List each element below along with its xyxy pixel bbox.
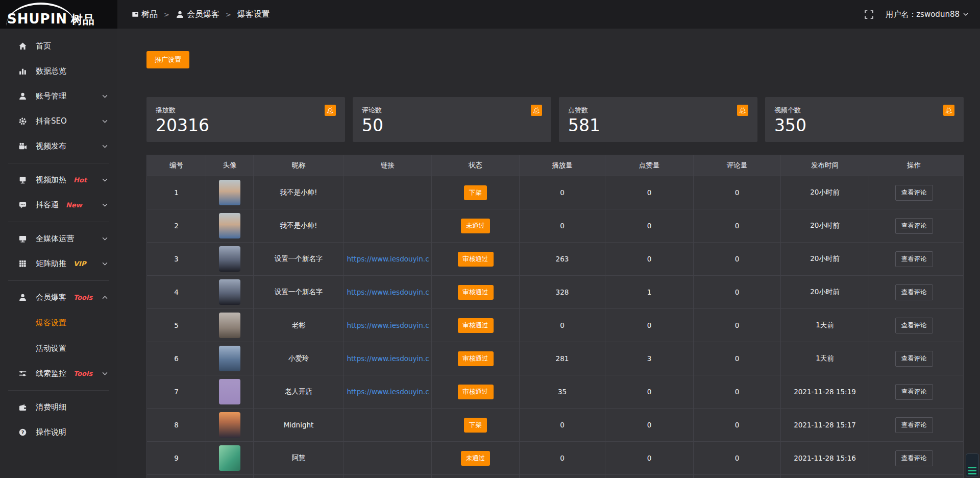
cell-comments: 0 [694, 309, 781, 342]
sidebar-item-3[interactable]: 抖音SEO [0, 109, 117, 134]
user-label: 用户名： [886, 10, 916, 19]
wallet-icon [18, 403, 27, 412]
sidebar-item-6[interactable]: 视频加热Hot [0, 168, 117, 193]
sidebar-item-9[interactable]: 全媒体运营 [0, 226, 117, 251]
bar-chart-icon [18, 67, 27, 76]
column-header: 头像 [206, 155, 254, 176]
cell-time: 20小时前 [781, 276, 869, 308]
view-comments-button[interactable]: 查看评论 [895, 251, 933, 267]
cell-id: 1 [147, 176, 206, 209]
status-button[interactable]: 下架 [464, 185, 487, 200]
fullscreen-icon[interactable] [865, 10, 873, 19]
status-button[interactable]: 下架 [464, 418, 487, 433]
cell-action: 查看评论 [869, 209, 959, 242]
stat-card-3: 视频个数总350 [765, 97, 964, 142]
stat-label: 评论数 [362, 105, 382, 115]
cell-action: 查看评论 [869, 243, 959, 275]
stat-total-badge: 总 [943, 105, 954, 116]
breadcrumb-item-2[interactable]: 爆客设置 [237, 9, 270, 20]
breadcrumb-separator: > [164, 11, 169, 18]
stat-card-1: 评论数总50 [353, 97, 551, 142]
stat-cards: 播放数总20316评论数总50点赞数总581视频个数总350 [146, 97, 964, 142]
sidebar-item-12[interactable]: 会员爆客Tools [0, 285, 117, 310]
cell-likes: 0 [605, 409, 694, 441]
cell-plays: 328 [520, 276, 605, 308]
user-icon [18, 92, 27, 101]
cell-id [147, 475, 206, 478]
sidebar-item-16[interactable]: ?操作说明 [0, 420, 117, 445]
chevron-down-icon [102, 235, 108, 242]
video-link[interactable]: https://www.iesdouyin.c [347, 354, 429, 363]
breadcrumb-item-1[interactable]: 会员爆客 [176, 9, 219, 20]
table-row-3: 3设置一个新名字https://www.iesdouyin.c审核通过26300… [147, 242, 963, 275]
avatar [219, 246, 240, 272]
sidebar-item-15[interactable]: 消费明细 [0, 395, 117, 420]
table-row-5: 5老彬https://www.iesdouyin.c审核通过0001天前查看评论 [147, 308, 963, 342]
status-button[interactable]: 审核通过 [458, 318, 494, 333]
sidebar-item-4[interactable]: 视频发布 [0, 134, 117, 159]
view-comments-button[interactable]: 查看评论 [895, 384, 933, 400]
sidebar-item-0[interactable]: 首页 [0, 34, 117, 59]
cell-comments: 0 [694, 342, 781, 375]
stat-value: 581 [568, 116, 748, 135]
user-menu[interactable]: 用户名：zswodun88 [886, 10, 969, 19]
sidebar: SHUPIN 树品 首页数据总览账号管理抖音SEO视频发布视频加热Hot抖客通N… [0, 0, 117, 478]
stat-label: 点赞数 [568, 105, 588, 115]
cell-comments: 0 [694, 176, 781, 209]
view-comments-button[interactable]: 查看评论 [895, 284, 933, 300]
sidebar-subitem-活动设置[interactable]: 活动设置 [0, 336, 117, 361]
breadcrumb-separator: > [226, 11, 231, 18]
cell-avatar [206, 409, 254, 441]
cell-nickname: 老彬 [254, 309, 344, 342]
status-button[interactable]: 未通过 [461, 451, 491, 466]
sidebar-item-7[interactable]: 抖客通New [0, 193, 117, 218]
view-comments-button[interactable]: 查看评论 [895, 417, 933, 433]
video-link[interactable]: https://www.iesdouyin.c [347, 321, 429, 329]
video-link[interactable]: https://www.iesdouyin.c [347, 288, 429, 296]
sidebar-item-1[interactable]: 数据总览 [0, 59, 117, 84]
sidebar-subitem-爆客设置[interactable]: 爆客设置 [0, 310, 117, 336]
sidebar-item-label: 矩阵助推 [36, 259, 66, 269]
status-button[interactable]: 审核通过 [458, 285, 494, 300]
breadcrumb-item-0[interactable]: 树品 [132, 9, 158, 20]
video-link[interactable]: https://www.iesdouyin.c [347, 388, 429, 396]
view-comments-button[interactable]: 查看评论 [895, 218, 933, 234]
view-comments-button[interactable]: 查看评论 [895, 318, 933, 333]
menu-divider [8, 390, 109, 391]
status-button[interactable]: 未通过 [461, 219, 491, 233]
status-button[interactable]: 审核通过 [458, 252, 494, 267]
status-button[interactable]: 审核通过 [458, 351, 494, 366]
stat-card-2: 点赞数总581 [559, 97, 757, 142]
stat-label: 播放数 [156, 105, 176, 115]
sidebar-item-13[interactable]: 线索监控Tools [0, 361, 117, 386]
view-comments-button[interactable]: 查看评论 [895, 450, 933, 466]
status-button[interactable]: 审核通过 [458, 385, 494, 399]
view-comments-button[interactable]: 查看评论 [895, 351, 933, 367]
sidebar-item-label: 账号管理 [36, 91, 66, 101]
cell-status: 未通过 [432, 209, 520, 242]
table-row-8: 8Midnight下架0002021-11-28 15:17查看评论 [147, 408, 963, 441]
avatar [219, 180, 240, 205]
cell-action: 查看评论 [869, 442, 959, 474]
cell-plays: 281 [520, 342, 605, 375]
video-camera-icon [18, 142, 27, 151]
table-row-6: 6小爱玲https://www.iesdouyin.c审核通过281301天前查… [147, 342, 963, 375]
floating-widget[interactable] [966, 453, 979, 477]
column-header: 点赞量 [605, 155, 694, 176]
cell-time: 20小时前 [781, 243, 869, 275]
promo-settings-button[interactable]: 推广设置 [146, 51, 189, 68]
cell-plays [520, 475, 605, 478]
cell-comments: 0 [694, 375, 781, 408]
cell-status: 审核通过 [432, 276, 520, 308]
chevron-down-icon [963, 11, 969, 17]
chevron-up-icon [102, 294, 108, 301]
sidebar-item-2[interactable]: 账号管理 [0, 84, 117, 109]
video-link[interactable]: https://www.iesdouyin.c [347, 255, 429, 263]
cell-id: 5 [147, 309, 206, 342]
stat-total-badge: 总 [737, 105, 748, 116]
sidebar-item-10[interactable]: 矩阵助推VIP [0, 251, 117, 276]
cell-plays: 0 [520, 209, 605, 242]
view-comments-button[interactable]: 查看评论 [895, 185, 933, 201]
cell-time [781, 475, 869, 478]
cell-likes: 3 [605, 342, 694, 375]
